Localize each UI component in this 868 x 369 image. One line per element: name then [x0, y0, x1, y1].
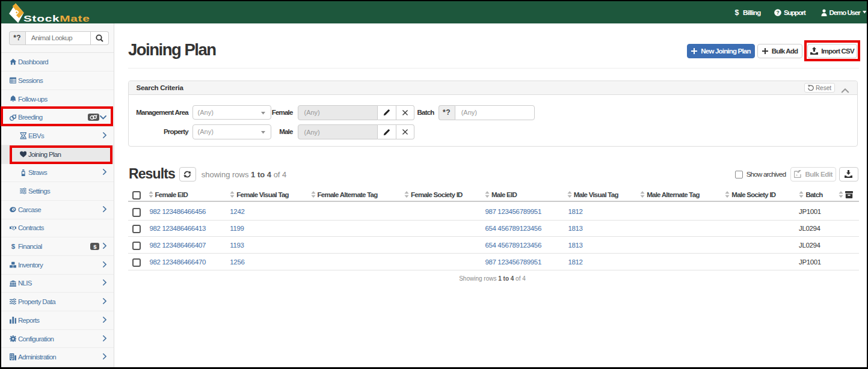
svg-text:?: ? [776, 10, 779, 16]
svg-text:$: $ [735, 8, 739, 16]
svg-text:$: $ [11, 243, 15, 250]
